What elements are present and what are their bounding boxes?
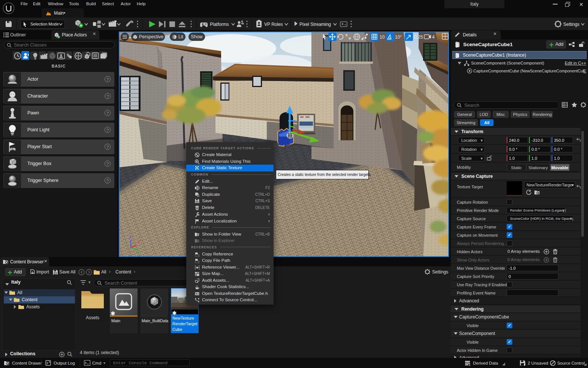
svg-text:10: 10 bbox=[380, 35, 385, 40]
svg-text:Z: Z bbox=[129, 235, 131, 239]
svg-text:10°: 10° bbox=[395, 35, 402, 40]
svg-text:VP Roles: VP Roles bbox=[264, 22, 283, 27]
svg-text:Settings: Settings bbox=[563, 22, 579, 27]
svg-text:0.25: 0.25 bbox=[414, 35, 423, 40]
svg-text:Pixel Streaming: Pixel Streaming bbox=[299, 22, 331, 27]
svg-text:Platforms: Platforms bbox=[210, 22, 229, 27]
svg-text:Selection Mode: Selection Mode bbox=[30, 22, 59, 26]
svg-text:4: 4 bbox=[432, 35, 435, 40]
svg-text:X: X bbox=[138, 240, 140, 244]
svg-text:Y: Y bbox=[139, 250, 142, 254]
